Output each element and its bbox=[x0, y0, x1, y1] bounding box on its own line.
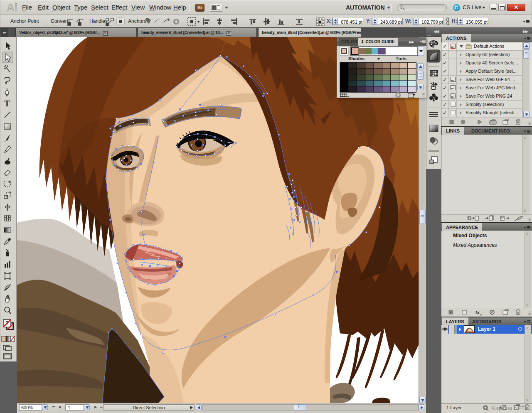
svg-text:▶▶: ▶▶ bbox=[409, 40, 414, 44]
svg-text:Tints: Tints bbox=[396, 56, 406, 61]
svg-text:fx: fx bbox=[475, 310, 480, 315]
svg-text:⇕ COLOR GUIDE: ⇕ COLOR GUIDE bbox=[361, 39, 395, 44]
svg-text:T: T bbox=[4, 99, 10, 108]
svg-text:Shades: Shades bbox=[348, 56, 365, 61]
svg-text:COLOR: COLOR bbox=[341, 39, 358, 44]
